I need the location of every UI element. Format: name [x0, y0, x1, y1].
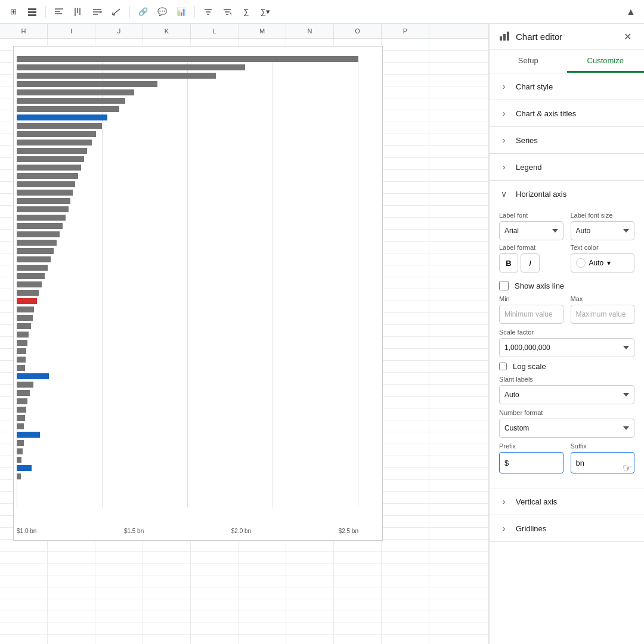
toolbar-btn-rows[interactable] — [24, 4, 41, 20]
col-header-i: I — [48, 24, 95, 38]
grid-cell — [382, 313, 429, 324]
section-series-header[interactable]: › Series — [490, 127, 644, 153]
grid-cell — [191, 575, 239, 587]
grid-cell — [382, 134, 429, 145]
scale-factor-select[interactable]: 1,000,000,000 — [499, 338, 634, 357]
bar-34 — [17, 340, 27, 346]
toolbar-btn-valign[interactable] — [70, 4, 86, 20]
grid-cell — [382, 587, 429, 599]
max-input[interactable] — [571, 305, 635, 324]
section-chart-titles: › Chart & axis titles — [490, 100, 644, 127]
collapse-button[interactable]: ▲ — [623, 4, 639, 20]
grid-cell — [0, 564, 48, 575]
grid-cell — [191, 611, 239, 623]
toolbar-btn-chart[interactable]: 📊 — [173, 4, 190, 20]
prefix-suffix-row: Prefix Suffix ☞ — [499, 442, 634, 473]
bold-button[interactable]: B — [499, 253, 518, 273]
bar-37 — [17, 365, 25, 371]
toolbar-btn-comment[interactable]: 💬 — [154, 4, 171, 20]
section-legend-header[interactable]: › Legend — [490, 154, 644, 180]
grid-cell — [143, 599, 191, 611]
toolbar-btn-wrap[interactable] — [89, 4, 106, 20]
bar-14 — [17, 173, 78, 179]
grid-cell — [382, 397, 429, 408]
min-group: Min — [499, 295, 564, 324]
grid-cell — [191, 552, 239, 563]
bar-row-3 — [17, 80, 358, 88]
suffix-input[interactable] — [571, 452, 635, 473]
slant-labels-section: Slant labels Auto — [499, 376, 634, 404]
bar-row-41 — [17, 398, 358, 405]
svg-rect-1 — [28, 11, 36, 13]
text-color-button[interactable]: Auto ▾ — [571, 253, 635, 273]
svg-rect-2 — [28, 14, 36, 16]
grid-cell — [382, 349, 429, 360]
svg-text:▼: ▼ — [229, 11, 231, 16]
text-color-value: Auto — [589, 259, 604, 267]
toolbar-btn-filter[interactable] — [200, 4, 216, 20]
tab-customize[interactable]: Customize — [567, 50, 645, 73]
grid-cell — [239, 552, 286, 563]
toolbar-btn-sigma2[interactable]: ∑▾ — [257, 4, 274, 20]
vertical-axis-label: Vertical axis — [516, 497, 557, 506]
label-font-select[interactable]: Arial — [499, 221, 564, 240]
bar-row-8 — [17, 122, 358, 129]
section-horizontal-axis-header[interactable]: ∨ Horizontal axis — [490, 181, 644, 207]
grid-cell — [143, 611, 191, 623]
toolbar-btn-rotate[interactable] — [108, 4, 125, 20]
x-label-1: $1.0 bn — [17, 528, 36, 534]
log-scale-label[interactable]: Log scale — [513, 362, 546, 371]
log-scale-checkbox[interactable] — [499, 363, 507, 370]
bar-44 — [17, 423, 24, 429]
bar-row-35 — [17, 348, 358, 355]
chevron-right-icon: › — [499, 82, 509, 91]
label-font-size-select[interactable]: Auto — [571, 221, 635, 240]
grid-cell — [382, 623, 429, 634]
bar-row-27 — [17, 281, 358, 288]
toolbar-btn-align[interactable] — [51, 4, 67, 20]
number-format-select[interactable]: Custom — [499, 419, 634, 438]
bar-row-11 — [17, 147, 358, 154]
bar-19 — [17, 215, 66, 221]
grid-cell — [286, 611, 334, 623]
grid-cell — [191, 599, 239, 611]
grid-cell — [0, 611, 48, 623]
series-label: Series — [516, 136, 538, 145]
chevron-right-icon-3: › — [499, 135, 509, 145]
x-label-4: $2.5 bn — [339, 528, 358, 534]
show-axis-line-checkbox[interactable] — [499, 281, 509, 290]
min-input[interactable] — [499, 305, 564, 324]
bar-26 — [17, 273, 45, 279]
bar-13 — [17, 165, 81, 171]
italic-button[interactable]: I — [521, 253, 540, 273]
grid-cell — [382, 146, 429, 157]
toolbar-btn-grid[interactable]: ⊞ — [5, 4, 21, 20]
prefix-input[interactable] — [499, 452, 564, 473]
bar-row-9 — [17, 131, 358, 138]
grid-cell — [382, 277, 429, 289]
grid-row — [0, 587, 488, 599]
col-header-m: M — [239, 24, 286, 38]
slant-labels-label: Slant labels — [499, 376, 634, 383]
show-axis-line-row: Show axis line — [499, 281, 634, 290]
slant-labels-select[interactable]: Auto — [499, 385, 634, 404]
bar-row-1 — [17, 64, 358, 71]
section-gridlines-header[interactable]: › Gridlines — [490, 515, 644, 541]
panel-close-button[interactable]: ✕ — [620, 30, 634, 44]
grid-row — [0, 623, 488, 635]
tab-setup[interactable]: Setup — [490, 50, 567, 73]
grid-cell — [0, 623, 48, 634]
bar-12 — [17, 156, 84, 162]
number-format-label: Number format — [499, 409, 634, 416]
show-axis-line-label[interactable]: Show axis line — [515, 281, 564, 290]
toolbar-btn-filter2[interactable]: ▼ — [219, 4, 236, 20]
horizontal-axis-label: Horizontal axis — [516, 190, 566, 199]
bar-0 — [17, 56, 358, 62]
toolbar-btn-link[interactable]: 🔗 — [135, 4, 151, 20]
section-chart-titles-header[interactable]: › Chart & axis titles — [490, 100, 644, 126]
section-chart-style-header[interactable]: › Chart style — [490, 73, 644, 100]
section-vertical-axis-header[interactable]: › Vertical axis — [490, 488, 644, 515]
bar-10 — [17, 140, 92, 145]
grid-cell — [334, 540, 382, 551]
toolbar-btn-sigma[interactable]: ∑ — [238, 4, 255, 20]
